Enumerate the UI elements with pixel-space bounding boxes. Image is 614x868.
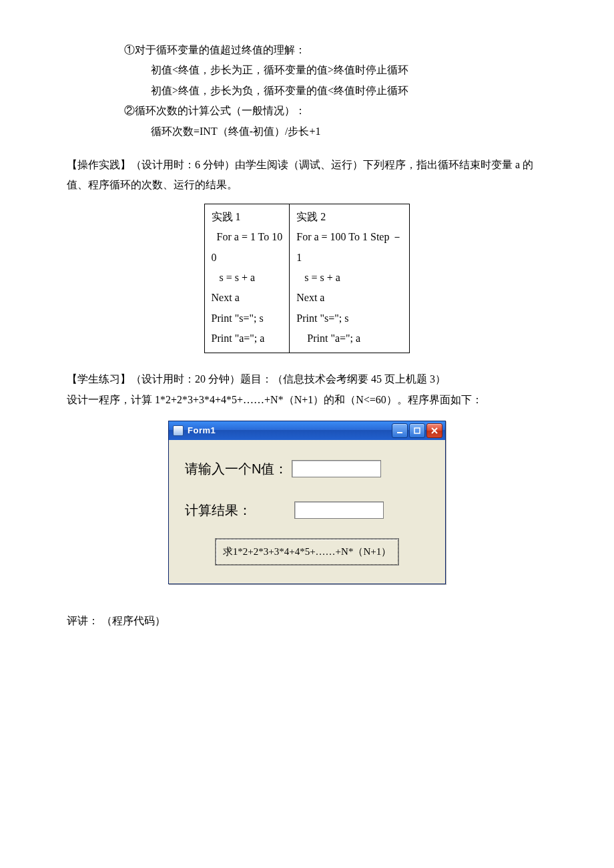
close-button[interactable] (426, 423, 442, 438)
vb-form-window: Form1 请输入一个N值： 计算结果： (168, 421, 446, 584)
practice1-l5: Print "s="; s (212, 308, 283, 329)
form-body: 请输入一个N值： 计算结果： 求1*2+2*3+3*4+4*5+……+N*（N+… (169, 440, 445, 584)
practice2-title: 实践 2 (296, 207, 402, 227)
note-pt1-header: ①对于循环变量的值超过终值的理解： (124, 40, 547, 60)
practice-cell-1: 实践 1 For a = 1 To 10 0 s = s + a Next a … (204, 204, 290, 353)
svg-rect-1 (414, 428, 420, 433)
practice2-l4: Next a (296, 288, 402, 308)
practice2-l5: Print "s="; s (296, 308, 402, 329)
practice1-l2: 0 (212, 248, 283, 268)
practice1-l3: s = s + a (212, 268, 283, 288)
practice2-l1: For a = 100 To 1 Step － (296, 227, 402, 247)
practice2-l3: s = s + a (296, 268, 402, 288)
exercise-intro-2: 设计一程序，计算 1*2+2*3+3*4+4*5+……+N*（N+1）的和（N<… (67, 390, 547, 410)
label-n: 请输入一个N值： (185, 456, 288, 481)
practice1-l4: Next a (212, 288, 283, 308)
practice-cell-2: 实践 2 For a = 100 To 1 Step － 1 s = s + a… (290, 204, 410, 353)
form-sys-icon (173, 425, 184, 436)
footer-text: 评讲： （程序代码） (67, 611, 547, 631)
note-pt2-header: ②循环次数的计算公式（一般情况）： (124, 101, 547, 121)
practice1-title: 实践 1 (212, 207, 283, 227)
form-title: Form1 (188, 423, 388, 439)
practice2-l6: Print "a="; a (296, 329, 402, 349)
input-n[interactable] (292, 460, 381, 477)
note-pt1-line2: 初值>终值，步长为负，循环变量的值<终值时停止循环 (151, 81, 547, 101)
compute-button[interactable]: 求1*2+2*3+3*4+4*5+……+N*（N+1） (216, 539, 398, 565)
svg-rect-0 (397, 432, 402, 433)
practice-table: 实践 1 For a = 1 To 10 0 s = s + a Next a … (204, 204, 410, 354)
practice1-l6: Print "a="; a (212, 329, 283, 349)
input-result[interactable] (294, 501, 384, 519)
note-pt1-line1: 初值<终值，步长为正，循环变量的值>终值时停止循环 (151, 60, 547, 80)
label-result: 计算结果： (185, 497, 252, 523)
practice2-l2: 1 (296, 248, 402, 268)
practice1-l1: For a = 1 To 10 (212, 227, 283, 247)
titlebar[interactable]: Form1 (169, 421, 445, 440)
maximize-button[interactable] (409, 423, 425, 438)
minimize-button[interactable] (392, 423, 408, 438)
note-pt2-line1: 循环次数=INT（终值-初值）/步长+1 (151, 122, 547, 142)
notes-block: ①对于循环变量的值超过终值的理解： 初值<终值，步长为正，循环变量的值>终值时停… (124, 40, 547, 142)
exercise-intro-1: 【学生练习】（设计用时：20 分钟）题目：（信息技术会考纲要 45 页上机题 3… (67, 369, 547, 389)
practice-intro: 【操作实践】（设计用时：6 分钟）由学生阅读（调试、运行）下列程序，指出循环结束… (67, 155, 547, 196)
